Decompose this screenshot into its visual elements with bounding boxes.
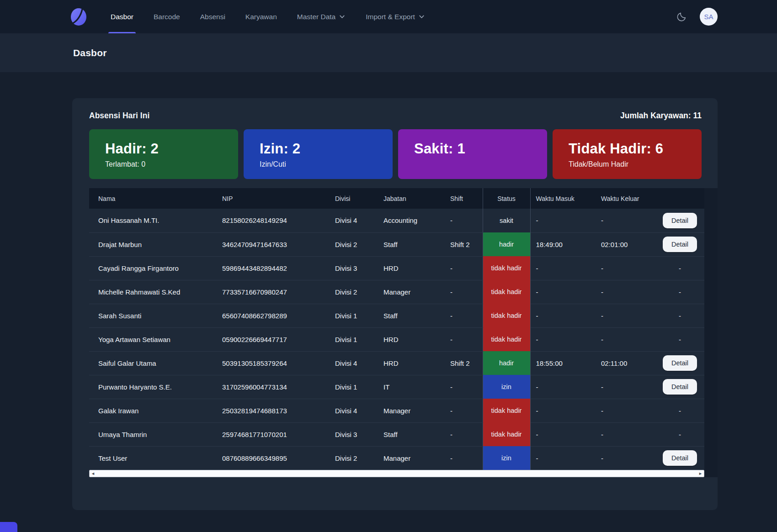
summary-card-title: Sakit: 1	[414, 141, 547, 157]
employee-count: Jumlah Karyawan: 11	[620, 111, 702, 121]
table-row: Michelle Rahmawati S.Ked7733571667098024…	[89, 280, 704, 304]
cell-shift: -	[445, 209, 483, 232]
cell-waktu-masuk: 18:49:00	[530, 232, 596, 256]
cell-nip: 65607408662798289	[217, 304, 330, 327]
summary-card-title: Izin: 2	[260, 141, 393, 157]
summary-card-0: Hadir: 2Terlambat: 0	[89, 129, 238, 179]
cell-nip: 34624709471647633	[217, 232, 330, 256]
cell-shift: -	[445, 304, 483, 327]
cell-jabatan: HRD	[378, 351, 445, 375]
cell-shift: -	[445, 327, 483, 351]
nav-item-label: Absensi	[200, 13, 225, 21]
cell-nama: Purwanto Haryanto S.E.	[89, 375, 217, 399]
top-navbar: DasborBarcodeAbsensiKaryawanMaster DataI…	[0, 0, 777, 33]
cell-nama: Galak Irawan	[89, 399, 217, 422]
moon-sphere-logo-icon	[69, 7, 88, 26]
action-cell: -	[655, 256, 704, 280]
cell-waktu-masuk: 18:55:00	[530, 351, 596, 375]
action-cell: Detail	[655, 351, 704, 375]
cell-divisi: Divisi 1	[330, 327, 378, 351]
cell-waktu-keluar: -	[596, 209, 655, 232]
cell-waktu-keluar: -	[596, 446, 655, 470]
cell-waktu-keluar: -	[596, 304, 655, 327]
cell-waktu-masuk: -	[530, 209, 596, 232]
action-cell: -	[655, 327, 704, 351]
chevron-down-icon	[339, 13, 346, 20]
summary-card-subtitle: Terlambat: 0	[105, 160, 238, 169]
action-cell: Detail	[655, 232, 704, 256]
status-cell: tidak hadir	[483, 304, 530, 327]
action-cell: -	[655, 280, 704, 304]
detail-button[interactable]: Detail	[663, 213, 697, 228]
action-cell: -	[655, 304, 704, 327]
cell-jabatan: Accounting	[378, 209, 445, 232]
cell-shift: -	[445, 256, 483, 280]
nav-item-dasbor[interactable]: Dasbor	[111, 0, 133, 33]
column-header-Status: Status	[483, 188, 530, 209]
cell-waktu-keluar: -	[596, 256, 655, 280]
status-cell: hadir	[483, 351, 530, 375]
cell-nama: Test User	[89, 446, 217, 470]
cell-nip: 08760889666349895	[217, 446, 330, 470]
table-row: Saiful Galar Utama50391305185379264Divis…	[89, 351, 704, 375]
nav-item-barcode[interactable]: Barcode	[154, 0, 180, 33]
status-cell: tidak hadir	[483, 327, 530, 351]
table-row: Oni Hassanah M.TI.82158026248149294Divis…	[89, 209, 704, 232]
cell-nip: 82158026248149294	[217, 209, 330, 232]
status-cell: tidak hadir	[483, 399, 530, 422]
nav-item-label: Import & Export	[366, 13, 415, 21]
cell-waktu-masuk: -	[530, 280, 596, 304]
avatar[interactable]: SA	[700, 8, 718, 26]
cell-nama: Umaya Thamrin	[89, 422, 217, 446]
summary-card-2: Sakit: 1	[398, 129, 547, 179]
theme-toggle-button[interactable]	[676, 11, 687, 22]
nav-item-master-data[interactable]: Master Data	[297, 0, 346, 33]
cell-waktu-keluar: -	[596, 399, 655, 422]
cell-waktu-masuk: -	[530, 256, 596, 280]
cell-waktu-masuk: -	[530, 375, 596, 399]
nav-item-absensi[interactable]: Absensi	[200, 0, 225, 33]
column-header-Divisi: Divisi	[330, 188, 378, 209]
cell-shift: Shift 2	[445, 351, 483, 375]
action-cell: -	[655, 399, 704, 422]
detail-button[interactable]: Detail	[663, 450, 697, 466]
detail-button[interactable]: Detail	[663, 237, 697, 252]
scroll-left-arrow-icon[interactable]: ◄	[91, 472, 95, 476]
summary-card-1: Izin: 2Izin/Cuti	[244, 129, 393, 179]
horizontal-scrollbar[interactable]: ◄ ►	[89, 470, 704, 477]
nav-item-import-export[interactable]: Import & Export	[366, 0, 425, 33]
cell-waktu-keluar: 02:11:00	[596, 351, 655, 375]
cell-waktu-masuk: -	[530, 304, 596, 327]
cell-shift: -	[445, 446, 483, 470]
cell-divisi: Divisi 3	[330, 422, 378, 446]
cell-nip: 05900226669447717	[217, 327, 330, 351]
cell-nip: 77335716670980247	[217, 280, 330, 304]
cell-nama: Yoga Artawan Setiawan	[89, 327, 217, 351]
status-cell: hadir	[483, 232, 530, 256]
action-cell: Detail	[655, 446, 704, 470]
scroll-right-arrow-icon[interactable]: ►	[698, 472, 702, 476]
cell-nama: Cayadi Rangga Firgantoro	[89, 256, 217, 280]
detail-button[interactable]: Detail	[663, 355, 697, 371]
detail-button[interactable]: Detail	[663, 379, 697, 395]
column-header-Shift: Shift	[445, 188, 483, 209]
nav-item-karyawan[interactable]: Karyawan	[245, 0, 277, 33]
cell-waktu-keluar: -	[596, 327, 655, 351]
table-header-row: NamaNIPDivisiJabatanShiftStatusWaktu Mas…	[89, 188, 704, 209]
cell-waktu-masuk: -	[530, 446, 596, 470]
cell-waktu-keluar: -	[596, 280, 655, 304]
cell-nama: Drajat Marbun	[89, 232, 217, 256]
status-cell: tidak hadir	[483, 256, 530, 280]
page-title: Dasbor	[73, 47, 107, 58]
column-header-actions	[655, 188, 704, 209]
status-cell: izin	[483, 375, 530, 399]
status-cell: tidak hadir	[483, 280, 530, 304]
cell-nip: 59869443482894482	[217, 256, 330, 280]
app-logo[interactable]	[69, 7, 89, 27]
cell-jabatan: Manager	[378, 446, 445, 470]
table-row: Purwanto Haryanto S.E.31702596004773134D…	[89, 375, 704, 399]
cell-jabatan: HRD	[378, 256, 445, 280]
moon-icon	[676, 11, 687, 22]
cell-shift: -	[445, 375, 483, 399]
summary-card-3: Tidak Hadir: 6Tidak/Belum Hadir	[553, 129, 702, 179]
